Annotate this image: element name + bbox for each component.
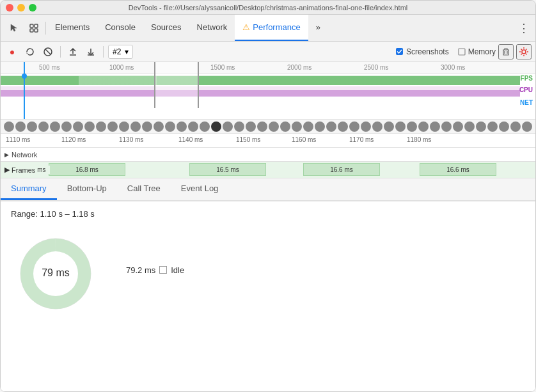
scrubber-dot[interactable] [303,122,313,132]
record-button[interactable]: ● [4,44,20,59]
timeline-ruler: 500 ms 1000 ms 1500 ms 2000 ms 2500 ms 3… [1,62,535,74]
scrubber-dot[interactable] [188,122,198,132]
scrubber-dot[interactable] [349,122,359,132]
ruler-tick-3000: 3000 ms [441,64,465,71]
dropdown-arrow-icon: ▾ [125,47,129,56]
memory-checkbox-label[interactable]: Memory [458,47,496,56]
frame-first-ms: ms [37,166,45,173]
scrubber-dot[interactable] [50,122,60,132]
scrubber-dot[interactable] [96,122,106,132]
timeline-area[interactable]: 500 ms 1000 ms 1500 ms 2000 ms 2500 ms 3… [1,62,535,120]
settings-button[interactable] [516,44,532,59]
reload-button[interactable] [22,44,38,59]
tab-more[interactable]: » [308,15,328,41]
fps-bar [1,75,520,85]
scrubber-dot[interactable] [499,122,509,132]
scrubber-dot[interactable] [453,122,463,132]
scrubber-dot[interactable] [418,122,429,132]
scrubber-area[interactable] [1,120,535,134]
tab-bottom-up[interactable]: Bottom-Up [57,178,117,200]
frame-block-4: 16.6 ms [420,163,496,176]
tab-console[interactable]: Console [97,15,143,41]
time-indicator [24,62,25,119]
maximize-button[interactable] [29,4,36,12]
scrubber-dot[interactable] [280,122,290,132]
scrubber-dot[interactable] [200,122,210,132]
scrubber-dot[interactable] [510,122,521,132]
scrubber-dot[interactable] [27,122,37,132]
scrubber-dot[interactable] [407,122,417,132]
close-button[interactable] [6,4,13,12]
tab-elements[interactable]: Elements [47,15,97,41]
download-button[interactable] [83,44,99,59]
scrubber-dot[interactable] [15,122,26,132]
scrubber-dot[interactable] [61,122,72,132]
ruler-tick-1000: 1000 ms [109,64,134,71]
devtools-menu-button[interactable]: ⋮ [515,19,533,37]
upload-button[interactable] [65,44,81,59]
scrubber-dot[interactable] [130,122,141,132]
ruler-tick-500: 500 ms [39,64,60,71]
scrubber-dot[interactable] [338,122,348,132]
stop-button[interactable] [40,44,56,59]
summary-panel: Range: 1.10 s – 1.18 s 79 ms 79.2 ms Idl… [1,201,535,392]
scrubber-dot[interactable] [84,122,95,132]
tab-performance[interactable]: ⚠ Performance [235,15,308,41]
delete-button[interactable] [498,44,514,59]
scrubber-dot[interactable] [372,122,382,132]
scrubber-dot[interactable] [234,122,244,132]
scrubber-dot[interactable] [395,122,406,132]
minimize-button[interactable] [17,4,25,12]
scrubber-dot[interactable] [107,122,118,132]
devtools-panel: Elements Console Sources Network ⚠ Perfo… [1,15,535,392]
toolbar: ● #2 [1,42,535,62]
tab-summary[interactable]: Summary [1,178,57,200]
tab-divider [45,22,46,35]
scrubber-dot[interactable] [246,122,256,132]
time-indicator-dot [22,74,27,79]
scrubber-dot[interactable] [177,122,187,132]
scrubber-dot[interactable] [292,122,302,132]
scrubber-dot[interactable] [154,122,164,132]
scrubber-dot[interactable] [73,122,83,132]
pie-area: 79 ms 79.2 ms Idle [11,229,525,318]
scrubber-dot[interactable] [257,122,267,132]
time-marker-1180: 1180 ms [407,136,431,143]
scrubber-dot[interactable] [142,122,152,132]
fps-label: FPS [521,75,533,82]
scrubber-dot[interactable] [223,122,233,132]
scrubber-dot[interactable] [384,122,394,132]
screenshots-checkbox-label[interactable]: Screenshots [395,47,449,56]
tab-call-tree[interactable]: Call Tree [117,178,171,200]
toolbar-separator-2 [103,46,104,58]
tab-event-log[interactable]: Event Log [171,178,229,200]
scrubber-dot[interactable] [464,122,475,132]
selection-overlay[interactable] [154,62,199,108]
svg-point-10 [522,50,526,54]
inspect-icon[interactable] [24,15,44,41]
scrubber-dot[interactable] [361,122,371,132]
time-marker-1120: 1120 ms [61,136,86,143]
scrubber-dot[interactable] [326,122,336,132]
idle-checkbox [159,266,167,274]
tab-sources[interactable]: Sources [143,15,189,41]
scrubber-dot[interactable] [522,122,532,132]
tab-network[interactable]: Network [189,15,235,41]
network-row[interactable]: ▶ Network [1,148,535,162]
scrubber-dot[interactable] [211,122,221,132]
scrubber-dot[interactable] [269,122,279,132]
cursor-icon[interactable] [3,15,24,41]
scrubber-dot[interactable] [476,122,486,132]
scrubber-dot[interactable] [38,122,49,132]
scrubber-dot[interactable] [165,122,175,132]
scrubber-dot[interactable] [4,122,14,132]
scrubber-dot[interactable] [119,122,129,132]
bottom-tab-bar: Summary Bottom-Up Call Tree Event Log [1,178,535,201]
scrubber-dot[interactable] [487,122,498,132]
scrubber-dot[interactable] [315,122,325,132]
scrubber-dot[interactable] [430,122,440,132]
time-marker-1140: 1140 ms [178,136,203,143]
frames-row[interactable]: ▶ Frames ms 16.8 ms 16.5 ms 16.6 ms 16.6… [1,162,535,178]
scrubber-dot[interactable] [441,122,452,132]
profile-selector[interactable]: #2 ▾ [108,45,133,59]
